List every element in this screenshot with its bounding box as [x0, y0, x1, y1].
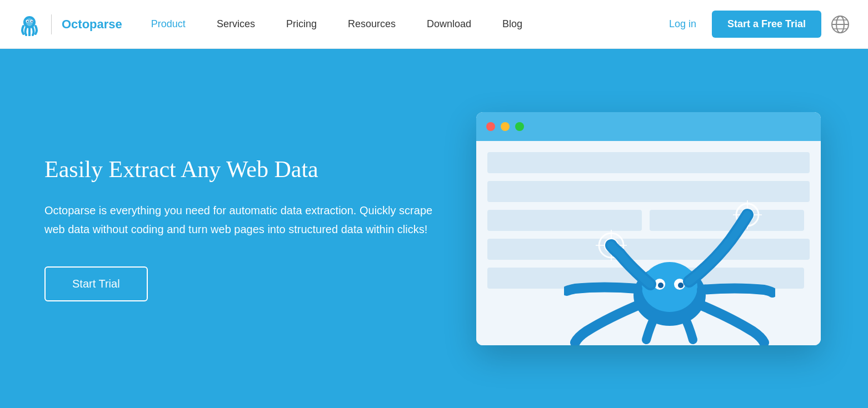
brand-name: Octoparse	[62, 17, 122, 32]
octopus-illustration	[564, 168, 775, 345]
brand-logo[interactable]: Octoparse	[18, 13, 122, 36]
svg-point-16	[678, 283, 684, 288]
nav-link-pricing[interactable]: Pricing	[271, 0, 332, 49]
brand-icon	[18, 13, 41, 36]
svg-point-5	[31, 21, 32, 22]
start-trial-nav-button[interactable]: Start a Free Trial	[712, 11, 821, 38]
nav-right: Log in Start a Free Trial	[662, 11, 850, 38]
nav-links: Product Services Pricing Resources Downl…	[136, 0, 662, 49]
nav-link-resources[interactable]: Resources	[332, 0, 411, 49]
svg-point-15	[658, 283, 664, 288]
login-link[interactable]: Log in	[662, 18, 703, 30]
nav-link-services[interactable]: Services	[201, 0, 271, 49]
hero-title: Easily Extract Any Web Data	[44, 155, 451, 183]
brand-divider	[51, 14, 52, 34]
browser-body	[476, 141, 821, 345]
navbar: Octoparse Product Services Pricing Resou…	[0, 0, 868, 49]
nav-link-blog[interactable]: Blog	[487, 0, 538, 49]
language-icon[interactable]	[830, 14, 850, 34]
hero-section: Easily Extract Any Web Data Octoparse is…	[0, 49, 868, 408]
start-trial-button[interactable]: Start Trial	[44, 266, 148, 301]
browser-dot-red	[486, 122, 495, 131]
nav-link-product[interactable]: Product	[136, 0, 201, 49]
browser-topbar	[476, 112, 821, 141]
browser-dot-green	[515, 122, 524, 131]
browser-dot-yellow	[501, 122, 510, 131]
hero-content: Easily Extract Any Web Data Octoparse is…	[44, 155, 473, 301]
hero-description: Octoparse is everything you need for aut…	[44, 201, 433, 239]
browser-mockup	[476, 112, 821, 345]
svg-point-4	[27, 21, 28, 22]
nav-link-download[interactable]: Download	[411, 0, 487, 49]
hero-visual	[473, 112, 824, 345]
